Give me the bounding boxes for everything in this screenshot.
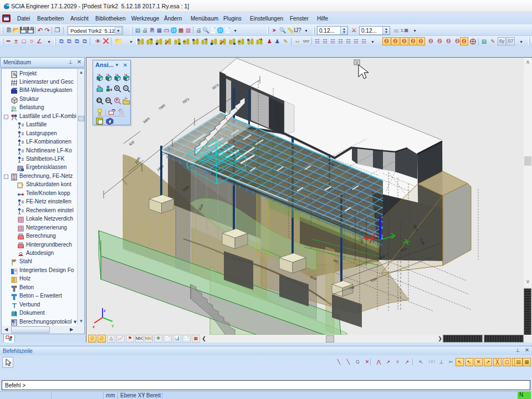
svg-text:x: x [93,325,95,329]
svg-text:z: z [104,309,106,313]
svg-text:Y: Y [111,324,114,328]
